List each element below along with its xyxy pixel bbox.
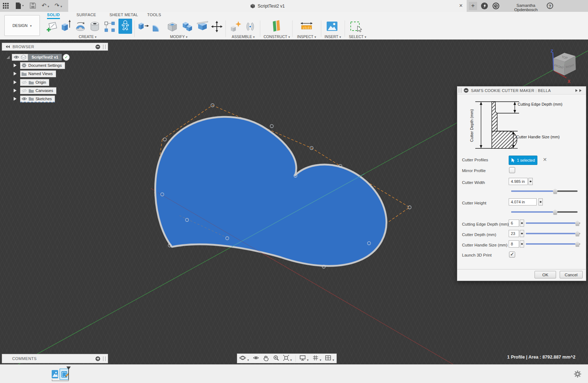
display-settings-icon[interactable]: [299, 355, 309, 363]
cutter-width-slider[interactable]: [511, 190, 578, 192]
cutter-handle-size-slider[interactable]: [526, 243, 580, 245]
cutter-depth-stepper[interactable]: [520, 230, 524, 237]
add-comment-icon[interactable]: [95, 356, 100, 361]
browser-panel-header[interactable]: BROWSER: [2, 43, 108, 51]
cutter-profiles-select-button[interactable]: 1 selected: [509, 156, 537, 165]
revolve-icon[interactable]: [74, 20, 87, 34]
visibility-eye-icon[interactable]: [14, 55, 19, 59]
create-sketch-icon[interactable]: [46, 20, 58, 34]
pan-icon[interactable]: [263, 355, 269, 363]
group-inspect[interactable]: INSPECT: [295, 34, 318, 39]
viewports-icon[interactable]: [325, 355, 334, 363]
look-at-icon[interactable]: [253, 355, 259, 363]
expand-icon[interactable]: [6, 56, 10, 59]
tree-row-sketches[interactable]: Sketches: [14, 95, 55, 102]
ok-button[interactable]: OK: [535, 271, 556, 278]
split-body-icon[interactable]: [196, 19, 210, 34]
extrude-icon[interactable]: [60, 19, 72, 34]
combine-icon[interactable]: [181, 19, 195, 34]
cancel-button[interactable]: Cancel: [560, 271, 583, 278]
tree-row-root[interactable]: ScriptTest2 v1 ✓: [6, 54, 70, 61]
fit-icon[interactable]: [283, 355, 292, 363]
dialog-dock-icon[interactable]: [575, 89, 583, 92]
app-grid-icon[interactable]: [3, 3, 9, 9]
tree-row-document-settings[interactable]: Document Settings: [14, 62, 65, 69]
cutter-height-input[interactable]: [509, 198, 537, 206]
document-tab[interactable]: ScriptTest2 v1 ✕: [68, 0, 467, 12]
timeline-settings-gear-icon[interactable]: [574, 370, 582, 379]
cutter-depth-input[interactable]: [509, 230, 519, 237]
timeline-canvas-feature[interactable]: [52, 370, 58, 378]
insert-image-icon[interactable]: [325, 20, 339, 34]
browser-minimize-icon[interactable]: [95, 45, 100, 49]
window-select-icon[interactable]: [349, 20, 363, 35]
cookie-cutter-maker-icon[interactable]: [118, 19, 132, 34]
cutter-width-input[interactable]: [509, 178, 528, 185]
group-insert[interactable]: INSERT: [322, 34, 343, 39]
undo-icon[interactable]: ↶: [42, 2, 49, 9]
collapse-browser-icon[interactable]: [4, 45, 10, 48]
visibility-off-eye-icon[interactable]: [22, 89, 27, 93]
browser-drag-handle[interactable]: [103, 45, 106, 49]
dialog-header[interactable]: SAM'S COOKIE CUTTER MAKER : BELLA: [457, 87, 586, 94]
tree-row-canvases[interactable]: Canvases: [14, 87, 56, 94]
cutter-handle-size-stepper[interactable]: [520, 240, 524, 248]
group-select[interactable]: SELECT: [347, 34, 368, 39]
tree-row-named-views[interactable]: Named Views: [14, 70, 56, 77]
tree-root-label[interactable]: ScriptTest2 v1: [28, 54, 62, 61]
save-icon[interactable]: [30, 3, 36, 9]
move-copy-icon[interactable]: [211, 21, 223, 34]
cutting-edge-depth-slider[interactable]: [526, 222, 580, 224]
press-pull-icon[interactable]: [137, 19, 149, 34]
shell-icon[interactable]: [166, 20, 179, 34]
launch-3d-print-checkbox[interactable]: [509, 252, 515, 258]
file-menu-icon[interactable]: [15, 2, 24, 9]
fillet-icon[interactable]: [151, 20, 164, 34]
mirror-profile-checkbox[interactable]: [509, 167, 515, 173]
group-create[interactable]: CREATE: [77, 34, 98, 39]
expand-arrow-icon[interactable]: [14, 72, 18, 75]
dialog-minimize-icon[interactable]: [464, 88, 468, 93]
group-modify[interactable]: MODIFY: [168, 34, 190, 39]
clear-selection-icon[interactable]: ✕: [543, 157, 547, 162]
job-status-icon[interactable]: [493, 3, 499, 9]
expand-arrow-icon[interactable]: [14, 89, 18, 92]
cutter-height-slider[interactable]: [511, 211, 578, 213]
cutter-height-stepper[interactable]: [538, 198, 543, 206]
design-workspace-button[interactable]: DESIGN: [4, 15, 40, 36]
cutting-edge-depth-stepper[interactable]: [520, 220, 524, 227]
group-construct[interactable]: CONSTRUCT: [262, 34, 291, 39]
cutter-depth-slider[interactable]: [526, 233, 580, 234]
help-icon[interactable]: ?: [547, 3, 553, 9]
visibility-off-eye-icon[interactable]: [22, 80, 27, 84]
tab-surface[interactable]: SURFACE: [76, 13, 96, 17]
cutter-width-stepper[interactable]: [528, 178, 533, 185]
expand-arrow-icon[interactable]: [14, 97, 18, 101]
new-tab-button[interactable]: +: [469, 2, 477, 10]
expand-arrow-icon[interactable]: [14, 80, 18, 84]
extensions-icon[interactable]: [481, 3, 488, 9]
tab-sheet-metal[interactable]: SHEET METAL: [109, 13, 138, 17]
comments-panel[interactable]: COMMENTS: [2, 354, 108, 363]
user-name[interactable]: Samantha Opdenbosch: [504, 3, 547, 12]
comments-drag-handle[interactable]: [103, 356, 106, 361]
tab-solid[interactable]: SOLID: [47, 13, 60, 19]
zoom-icon[interactable]: [273, 355, 279, 363]
joint-icon[interactable]: [244, 20, 256, 35]
orbit-icon[interactable]: [239, 355, 249, 363]
pattern-icon[interactable]: [103, 20, 116, 34]
new-component-icon[interactable]: [229, 20, 242, 35]
timeline-position-marker[interactable]: [66, 366, 71, 380]
grid-snaps-icon[interactable]: [312, 355, 322, 363]
tab-tools[interactable]: TOOLS: [147, 13, 161, 17]
cutter-handle-size-input[interactable]: [509, 240, 519, 248]
close-tab-icon[interactable]: ✕: [458, 3, 464, 9]
redo-icon[interactable]: ↷: [55, 2, 62, 9]
dialog-drag-handle[interactable]: [459, 88, 461, 93]
measure-icon[interactable]: [299, 21, 314, 34]
cutting-edge-depth-input[interactable]: [509, 220, 519, 227]
visibility-eye-icon[interactable]: [22, 97, 27, 101]
group-assemble[interactable]: ASSEMBLE: [230, 34, 257, 39]
hole-icon[interactable]: [88, 20, 101, 34]
expand-arrow-icon[interactable]: [14, 64, 18, 67]
